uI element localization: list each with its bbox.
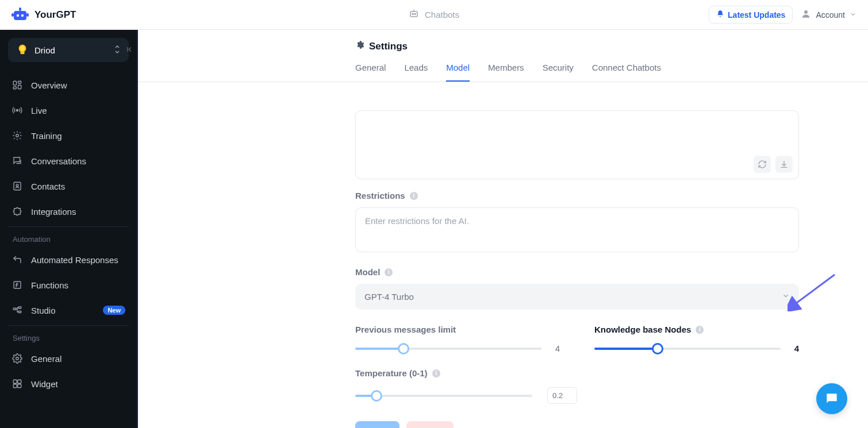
svg-rect-27: [18, 380, 21, 383]
widget-icon: [11, 378, 23, 390]
info-icon[interactable]: i: [696, 326, 704, 334]
restrictions-input[interactable]: [355, 207, 799, 252]
svg-rect-0: [14, 11, 26, 20]
chevron-down-icon: [782, 292, 790, 302]
sidebar-item-contacts[interactable]: Contacts: [0, 173, 137, 199]
svg-rect-15: [18, 85, 21, 89]
svg-rect-24: [18, 311, 21, 313]
prev-messages-slider[interactable]: [355, 348, 541, 350]
svg-rect-23: [18, 307, 21, 309]
sidebar-item-studio[interactable]: StudioNew: [0, 298, 137, 323]
chevron-down-icon: [850, 10, 857, 20]
svg-rect-26: [13, 380, 17, 383]
account-menu[interactable]: Account: [801, 9, 857, 21]
svg-rect-13: [13, 81, 16, 85]
nav-label: Studio: [31, 306, 95, 315]
main-content: Settings GeneralLeadsModelMembersSecurit…: [138, 30, 868, 428]
latest-updates-label: Latest Updates: [728, 10, 785, 20]
download-button[interactable]: [775, 156, 793, 173]
sidebar-item-general[interactable]: General: [0, 346, 137, 371]
svg-rect-3: [19, 7, 21, 11]
tab-leads[interactable]: Leads: [404, 63, 428, 82]
nav-label: Automated Responses: [31, 255, 125, 265]
svg-point-17: [17, 110, 18, 111]
nav-label: Overview: [31, 80, 125, 90]
contacts-icon: [11, 180, 23, 192]
temperature-label: Temperature (0-1): [355, 368, 428, 378]
collapse-sidebar-button[interactable]: [124, 44, 136, 55]
model-select[interactable]: GPT-4 Turbo: [355, 284, 799, 310]
badge-new: New: [103, 306, 125, 315]
nav-label: Live: [31, 106, 125, 115]
svg-rect-22: [13, 308, 16, 310]
chevron-updown-icon: [114, 45, 121, 56]
chat-fab[interactable]: [816, 383, 847, 414]
top-header: YourGPT Chatbots Latest Updates Account: [0, 0, 868, 30]
page-title-row: Settings: [138, 40, 868, 52]
tab-general[interactable]: General: [355, 63, 386, 82]
function-icon: [11, 279, 23, 291]
svg-line-30: [794, 275, 835, 304]
svg-point-10: [804, 10, 808, 14]
save-button[interactable]: Save: [355, 421, 400, 428]
info-icon[interactable]: i: [432, 369, 440, 377]
tab-security[interactable]: Security: [543, 63, 574, 82]
nav-label: Functions: [31, 280, 125, 290]
info-icon[interactable]: i: [410, 192, 418, 200]
broadcast-icon: [11, 105, 23, 116]
kb-nodes-label: Knowledge base Nodes: [594, 325, 691, 334]
nav-label: Widget: [31, 379, 125, 389]
brand[interactable]: YourGPT: [11, 7, 76, 22]
info-icon[interactable]: i: [385, 268, 393, 276]
sidebar-item-integrations[interactable]: Integrations: [0, 199, 137, 224]
refresh-button[interactable]: [754, 156, 771, 173]
sidebar-item-overview[interactable]: Overview: [0, 72, 137, 98]
nav-label: Training: [31, 131, 125, 141]
project-name: Driod: [34, 45, 108, 55]
svg-rect-4: [11, 13, 14, 17]
nav-label: Conversations: [31, 156, 125, 166]
studio-icon: [11, 304, 23, 316]
model-selected-value: GPT-4 Turbo: [364, 292, 414, 302]
reset-button[interactable]: Reset: [406, 421, 454, 428]
prev-messages-label: Previous messages limit: [355, 325, 456, 334]
reply-icon: [11, 254, 23, 265]
latest-updates-button[interactable]: Latest Updates: [709, 6, 793, 24]
temperature-slider[interactable]: [355, 395, 532, 397]
sidebar-item-automated-responses[interactable]: Automated Responses: [0, 247, 137, 272]
dashboard-icon: [11, 79, 23, 91]
header-center-label: Chatbots: [425, 10, 459, 20]
sidebar-item-functions[interactable]: Functions: [0, 272, 137, 298]
svg-rect-14: [18, 81, 21, 83]
tab-connect-chatbots[interactable]: Connect Chatbots: [592, 63, 661, 82]
chat-icon: [11, 155, 23, 167]
puzzle-icon: [11, 206, 23, 217]
nav-label: Integrations: [31, 207, 125, 217]
gear-icon: [355, 40, 364, 52]
project-selector[interactable]: Driod: [8, 38, 129, 62]
tab-members[interactable]: Members: [488, 63, 524, 82]
svg-point-25: [16, 357, 19, 360]
sidebar-item-widget[interactable]: Widget: [0, 371, 137, 396]
gear-icon: [11, 353, 23, 364]
model-label: Model: [355, 267, 380, 277]
section-automation: Automation: [0, 227, 137, 247]
svg-point-1: [17, 14, 19, 16]
sidebar-item-conversations[interactable]: Conversations: [0, 148, 137, 173]
sidebar: Driod OverviewLiveTrainingConversationsC…: [0, 30, 138, 428]
header-center-link[interactable]: Chatbots: [409, 9, 459, 21]
lightbulb-icon: [16, 44, 29, 56]
nav-label: General: [31, 354, 125, 364]
svg-point-20: [16, 184, 18, 187]
prev-messages-value: 4: [551, 344, 560, 353]
user-icon: [801, 9, 811, 21]
sidebar-item-live[interactable]: Live: [0, 98, 137, 123]
section-settings: Settings: [0, 326, 137, 346]
tab-model[interactable]: Model: [446, 63, 470, 82]
tabs: GeneralLeadsModelMembersSecurityConnect …: [138, 52, 868, 82]
sidebar-item-training[interactable]: Training: [0, 123, 137, 148]
temperature-input[interactable]: [547, 387, 577, 404]
kb-nodes-slider[interactable]: [594, 348, 781, 350]
svg-point-8: [414, 14, 416, 15]
svg-point-12: [20, 46, 25, 51]
